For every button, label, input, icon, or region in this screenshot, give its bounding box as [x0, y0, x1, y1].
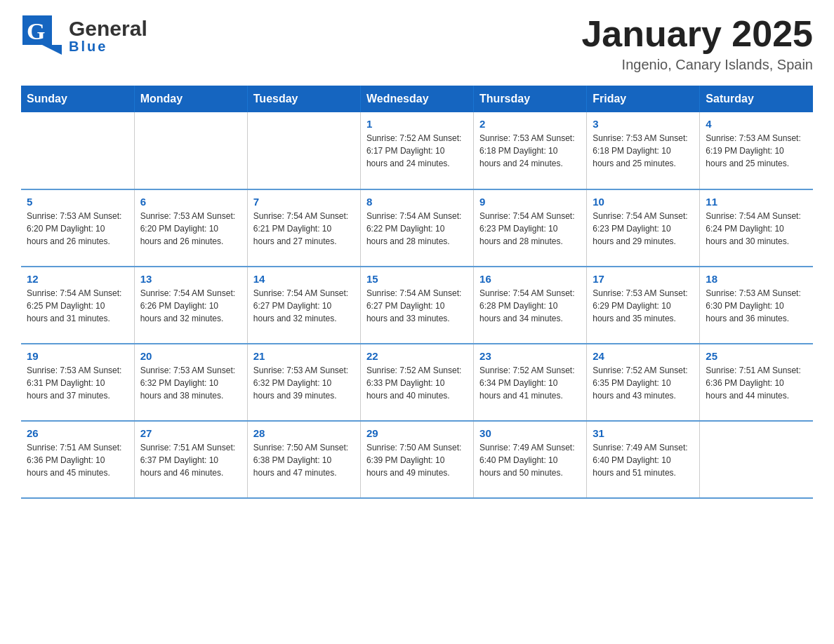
day-number: 3: [593, 118, 694, 130]
day-info: Sunrise: 7:54 AM Sunset: 6:23 PM Dayligh…: [593, 210, 694, 248]
calendar-week-2: 5Sunrise: 7:53 AM Sunset: 6:20 PM Daylig…: [21, 189, 813, 267]
calendar-table: SundayMondayTuesdayWednesdayThursdayFrid…: [21, 86, 813, 499]
brand-name: General Blue: [69, 18, 147, 53]
svg-marker-2: [42, 45, 62, 55]
day-info: Sunrise: 7:54 AM Sunset: 6:27 PM Dayligh…: [366, 287, 468, 325]
day-info: Sunrise: 7:53 AM Sunset: 6:31 PM Dayligh…: [27, 364, 128, 402]
day-info: Sunrise: 7:53 AM Sunset: 6:18 PM Dayligh…: [593, 132, 694, 170]
calendar-cell: [247, 112, 360, 189]
calendar-cell: [700, 421, 813, 498]
column-header-wednesday: Wednesday: [360, 86, 473, 112]
brand-blue-text: Blue: [69, 39, 147, 53]
calendar-cell: 31Sunrise: 7:49 AM Sunset: 6:40 PM Dayli…: [587, 421, 700, 498]
day-info: Sunrise: 7:54 AM Sunset: 6:25 PM Dayligh…: [27, 287, 128, 325]
calendar-cell: 15Sunrise: 7:54 AM Sunset: 6:27 PM Dayli…: [360, 267, 473, 344]
day-number: 22: [366, 350, 468, 362]
day-number: 24: [593, 350, 694, 362]
calendar-cell: 24Sunrise: 7:52 AM Sunset: 6:35 PM Dayli…: [587, 344, 700, 421]
day-info: Sunrise: 7:54 AM Sunset: 6:23 PM Dayligh…: [479, 210, 581, 248]
calendar-cell: 23Sunrise: 7:52 AM Sunset: 6:34 PM Dayli…: [474, 344, 587, 421]
calendar-cell: 29Sunrise: 7:50 AM Sunset: 6:39 PM Dayli…: [360, 421, 473, 498]
calendar-cell: 21Sunrise: 7:53 AM Sunset: 6:32 PM Dayli…: [247, 344, 360, 421]
column-header-monday: Monday: [134, 86, 247, 112]
calendar-cell: 19Sunrise: 7:53 AM Sunset: 6:31 PM Dayli…: [21, 344, 134, 421]
day-info: Sunrise: 7:52 AM Sunset: 6:35 PM Dayligh…: [593, 364, 694, 402]
calendar-cell: 27Sunrise: 7:51 AM Sunset: 6:37 PM Dayli…: [134, 421, 247, 498]
calendar-cell: 30Sunrise: 7:49 AM Sunset: 6:40 PM Dayli…: [474, 421, 587, 498]
day-info: Sunrise: 7:53 AM Sunset: 6:29 PM Dayligh…: [593, 287, 694, 325]
calendar-week-1: 1Sunrise: 7:52 AM Sunset: 6:17 PM Daylig…: [21, 112, 813, 189]
calendar-cell: 20Sunrise: 7:53 AM Sunset: 6:32 PM Dayli…: [134, 344, 247, 421]
column-header-friday: Friday: [587, 86, 700, 112]
day-info: Sunrise: 7:53 AM Sunset: 6:30 PM Dayligh…: [706, 287, 807, 325]
calendar-cell: 28Sunrise: 7:50 AM Sunset: 6:38 PM Dayli…: [247, 421, 360, 498]
day-info: Sunrise: 7:50 AM Sunset: 6:39 PM Dayligh…: [366, 441, 468, 479]
calendar-header-row: SundayMondayTuesdayWednesdayThursdayFrid…: [21, 86, 813, 112]
calendar-week-3: 12Sunrise: 7:54 AM Sunset: 6:25 PM Dayli…: [21, 267, 813, 344]
brand-general-text: General: [69, 18, 147, 39]
day-number: 18: [706, 273, 807, 285]
day-number: 4: [706, 118, 807, 130]
calendar-cell: 5Sunrise: 7:53 AM Sunset: 6:20 PM Daylig…: [21, 189, 134, 267]
calendar-subtitle: Ingenio, Canary Islands, Spain: [581, 57, 813, 73]
day-number: 14: [253, 273, 355, 285]
logo: G General Blue: [21, 14, 147, 58]
day-number: 17: [593, 273, 694, 285]
calendar-cell: 22Sunrise: 7:52 AM Sunset: 6:33 PM Dayli…: [360, 344, 473, 421]
day-number: 11: [706, 196, 807, 208]
calendar-week-5: 26Sunrise: 7:51 AM Sunset: 6:36 PM Dayli…: [21, 421, 813, 498]
calendar-cell: 11Sunrise: 7:54 AM Sunset: 6:24 PM Dayli…: [700, 189, 813, 267]
day-info: Sunrise: 7:53 AM Sunset: 6:18 PM Dayligh…: [479, 132, 581, 170]
svg-text:G: G: [27, 18, 45, 44]
calendar-cell: 2Sunrise: 7:53 AM Sunset: 6:18 PM Daylig…: [474, 112, 587, 189]
day-info: Sunrise: 7:53 AM Sunset: 6:20 PM Dayligh…: [27, 210, 128, 248]
day-info: Sunrise: 7:54 AM Sunset: 6:24 PM Dayligh…: [706, 210, 807, 248]
day-number: 19: [27, 350, 128, 362]
day-number: 27: [140, 427, 241, 439]
day-number: 7: [253, 196, 355, 208]
day-info: Sunrise: 7:49 AM Sunset: 6:40 PM Dayligh…: [593, 441, 694, 479]
day-info: Sunrise: 7:51 AM Sunset: 6:36 PM Dayligh…: [706, 364, 807, 402]
calendar-week-4: 19Sunrise: 7:53 AM Sunset: 6:31 PM Dayli…: [21, 344, 813, 421]
day-number: 30: [479, 427, 581, 439]
calendar-cell: 1Sunrise: 7:52 AM Sunset: 6:17 PM Daylig…: [360, 112, 473, 189]
calendar-cell: 3Sunrise: 7:53 AM Sunset: 6:18 PM Daylig…: [587, 112, 700, 189]
calendar-cell: 25Sunrise: 7:51 AM Sunset: 6:36 PM Dayli…: [700, 344, 813, 421]
day-info: Sunrise: 7:51 AM Sunset: 6:37 PM Dayligh…: [140, 441, 241, 479]
calendar-cell: 17Sunrise: 7:53 AM Sunset: 6:29 PM Dayli…: [587, 267, 700, 344]
day-info: Sunrise: 7:53 AM Sunset: 6:19 PM Dayligh…: [706, 132, 807, 170]
day-number: 29: [366, 427, 468, 439]
header: G General Blue January 2025 Ingenio, Can…: [21, 14, 813, 73]
calendar-cell: 6Sunrise: 7:53 AM Sunset: 6:20 PM Daylig…: [134, 189, 247, 267]
day-number: 28: [253, 427, 355, 439]
day-number: 21: [253, 350, 355, 362]
column-header-thursday: Thursday: [474, 86, 587, 112]
day-number: 8: [366, 196, 468, 208]
day-number: 23: [479, 350, 581, 362]
calendar-cell: 26Sunrise: 7:51 AM Sunset: 6:36 PM Dayli…: [21, 421, 134, 498]
calendar-cell: 10Sunrise: 7:54 AM Sunset: 6:23 PM Dayli…: [587, 189, 700, 267]
day-number: 2: [479, 118, 581, 130]
calendar-cell: [134, 112, 247, 189]
calendar-cell: 12Sunrise: 7:54 AM Sunset: 6:25 PM Dayli…: [21, 267, 134, 344]
calendar-cell: 14Sunrise: 7:54 AM Sunset: 6:27 PM Dayli…: [247, 267, 360, 344]
day-info: Sunrise: 7:49 AM Sunset: 6:40 PM Dayligh…: [479, 441, 581, 479]
day-number: 13: [140, 273, 241, 285]
day-number: 1: [366, 118, 468, 130]
calendar-cell: [21, 112, 134, 189]
day-number: 16: [479, 273, 581, 285]
day-number: 26: [27, 427, 128, 439]
column-header-tuesday: Tuesday: [247, 86, 360, 112]
day-info: Sunrise: 7:51 AM Sunset: 6:36 PM Dayligh…: [27, 441, 128, 479]
calendar-cell: 8Sunrise: 7:54 AM Sunset: 6:22 PM Daylig…: [360, 189, 473, 267]
day-info: Sunrise: 7:54 AM Sunset: 6:22 PM Dayligh…: [366, 210, 468, 248]
day-number: 20: [140, 350, 241, 362]
day-info: Sunrise: 7:54 AM Sunset: 6:28 PM Dayligh…: [479, 287, 581, 325]
day-info: Sunrise: 7:53 AM Sunset: 6:32 PM Dayligh…: [140, 364, 241, 402]
day-info: Sunrise: 7:52 AM Sunset: 6:33 PM Dayligh…: [366, 364, 468, 402]
calendar-cell: 16Sunrise: 7:54 AM Sunset: 6:28 PM Dayli…: [474, 267, 587, 344]
calendar-cell: 4Sunrise: 7:53 AM Sunset: 6:19 PM Daylig…: [700, 112, 813, 189]
day-number: 15: [366, 273, 468, 285]
day-number: 12: [27, 273, 128, 285]
day-number: 10: [593, 196, 694, 208]
